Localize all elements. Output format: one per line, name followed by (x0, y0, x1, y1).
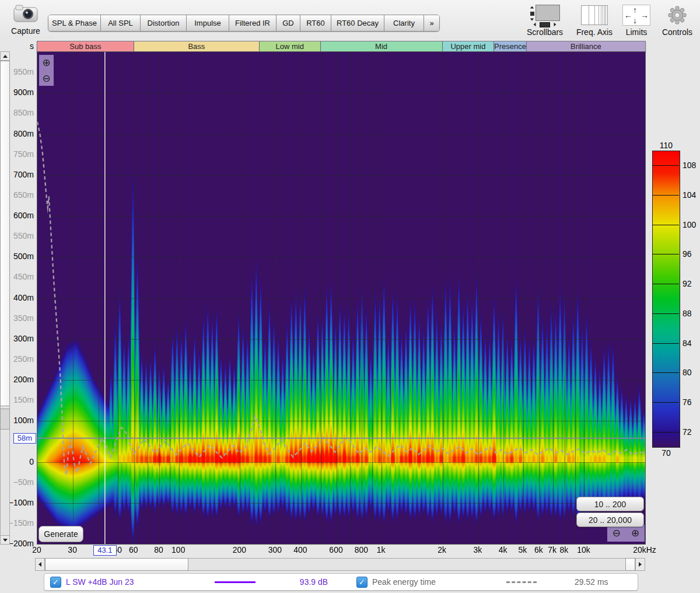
peak-energy-label: Peak energy time (372, 577, 466, 587)
x-tick-label: 20 (19, 545, 54, 554)
band-presence: Presence (494, 41, 526, 51)
camera-icon (12, 15, 39, 25)
h-scrollbar-grip[interactable] (625, 558, 635, 571)
plot-area (37, 51, 646, 545)
tool-freq-axis[interactable]: Freq. Axis (571, 5, 618, 37)
band-brilliance: Brilliance (527, 41, 645, 51)
tab-clarity[interactable]: Clarity (384, 15, 424, 31)
capture-button[interactable]: Capture (7, 4, 44, 36)
tool-label: Scrollbars (522, 27, 568, 37)
y-axis-unit: s (18, 41, 34, 51)
peak-energy-value: 29.52 ms (575, 577, 608, 587)
x-tick-label: 1k (363, 545, 398, 554)
toolbar: Capture SPL & PhaseAll SPLDistortionImpu… (0, 0, 700, 39)
colorbar-tick (652, 225, 679, 225)
freq-range-button[interactable]: 20 .. 20,000 (576, 512, 644, 527)
colorbar-tick (652, 313, 679, 314)
colorbar-tick (652, 432, 679, 432)
tool-scrollbars[interactable]: Scrollbars (522, 5, 568, 37)
tool-limits[interactable]: ←→↑↓ Limits (613, 5, 660, 37)
h-scrollbar-thumb[interactable] (45, 558, 188, 571)
tab-distortion[interactable]: Distortion (141, 15, 187, 31)
zoom-in-icon[interactable]: ⊕ (631, 527, 639, 539)
trace-spl-value: 93.9 dB (288, 577, 340, 587)
generate-button[interactable]: Generate (38, 526, 83, 542)
legend-bar: ✓ L SW +4dB Jun 23 93.9 dB ✓ Peak energy… (44, 573, 638, 591)
colorbar-max-label: 110 (652, 141, 680, 150)
colorbar-tick (652, 195, 679, 196)
tool-label: Controls (654, 27, 700, 37)
view-tab-bar: SPL & PhaseAll SPLDistortionImpulseFilte… (48, 15, 440, 32)
band-sub-bass: Sub bass (37, 41, 134, 51)
time-zoom-control: ⊕ ⊖ (39, 55, 54, 86)
colorbar-tick (652, 254, 679, 254)
colorbar-tick-label: 84 (682, 339, 692, 348)
tab-gd[interactable]: GD (276, 15, 300, 31)
colorbar-min-label: 70 (652, 448, 680, 458)
limits-icon: ←→↑↓ (613, 5, 660, 26)
x-tick-label: 10k (566, 545, 601, 554)
spectrogram-plot[interactable] (37, 52, 645, 544)
colorbar-tick (652, 165, 679, 166)
gear-icon (654, 5, 700, 26)
colorbar-tick (652, 372, 679, 373)
scroll-right-arrow[interactable] (635, 558, 645, 571)
trace-checkbox[interactable]: ✓ (50, 577, 61, 588)
scroll-left-arrow[interactable] (35, 558, 45, 571)
x-tick-label: 100 (161, 545, 196, 554)
colorbar-tick-label: 96 (682, 249, 692, 259)
band-bass: Bass (134, 41, 260, 51)
colorbar-tick (652, 343, 679, 344)
freq-zoom-control: ⊖ ⊕ (607, 525, 645, 542)
trace-label: L SW +4dB Jun 23 (66, 577, 191, 587)
capture-label: Capture (7, 26, 44, 36)
peak-energy-checkbox[interactable]: ✓ (356, 577, 368, 588)
x-tick-label: 400 (283, 545, 318, 554)
tab--[interactable]: » (424, 15, 439, 31)
x-tick-label: 2k (425, 545, 460, 554)
tab-impulse[interactable]: Impulse (187, 15, 229, 31)
zoom-out-icon[interactable]: ⊖ (42, 72, 50, 85)
colorbar-tick-label: 76 (682, 397, 692, 407)
cursor-time-readout: 58m (13, 433, 36, 444)
colorbar-tick-label: 100 (682, 220, 696, 229)
band-upper-mid: Upper mid (443, 41, 495, 51)
frequency-band-strip: Sub bassBassLow midMidUpper midPresenceB… (37, 41, 646, 52)
band-low-mid: Low mid (260, 41, 321, 51)
trace-line-swatch (215, 581, 256, 583)
scroll-up-arrow[interactable] (0, 51, 10, 61)
scroll-down-arrow[interactable] (0, 535, 10, 545)
x-tick-label: 30 (55, 545, 90, 554)
time-range-button[interactable]: 10 .. 200 (576, 497, 644, 511)
zoom-out-icon[interactable]: ⊖ (612, 527, 621, 539)
band-mid: Mid (321, 41, 443, 51)
colorbar-tick (652, 284, 679, 284)
colorbar-tick-label: 72 (682, 427, 692, 437)
tool-controls[interactable]: Controls (654, 5, 700, 37)
tab-rt60-decay[interactable]: RT60 Decay (331, 15, 384, 31)
tool-label: Freq. Axis (571, 27, 618, 37)
tab-filtered-ir[interactable]: Filtered IR (229, 15, 276, 31)
colorbar-tick-label: 92 (682, 279, 692, 288)
peak-energy-dash-swatch (506, 581, 537, 583)
colorbar-tick-label: 88 (682, 309, 692, 318)
colorbar-tick-label: 108 (682, 161, 696, 170)
colorbar-tick (652, 402, 679, 403)
tab-all-spl[interactable]: All SPL (101, 15, 141, 31)
x-tick-label: 200 (222, 545, 257, 554)
v-scrollbar-thumb[interactable] (0, 61, 10, 406)
scrollbars-icon (522, 5, 568, 26)
v-scrollbar-grip[interactable] (0, 409, 10, 430)
x-tick-label: 20kHz (627, 545, 662, 554)
zoom-in-icon[interactable]: ⊕ (42, 57, 50, 69)
freq-axis-icon (571, 5, 618, 26)
tab-rt60[interactable]: RT60 (300, 15, 331, 31)
colorbar-tick-label: 80 (682, 368, 692, 377)
analyzer-window: Capture SPL & PhaseAll SPLDistortionImpu… (0, 0, 700, 593)
tool-label: Limits (613, 27, 660, 37)
cursor-freq-readout: 43.1 (93, 545, 117, 556)
colorbar-tick-label: 104 (682, 190, 696, 200)
tab-spl-phase[interactable]: SPL & Phase (48, 15, 101, 31)
